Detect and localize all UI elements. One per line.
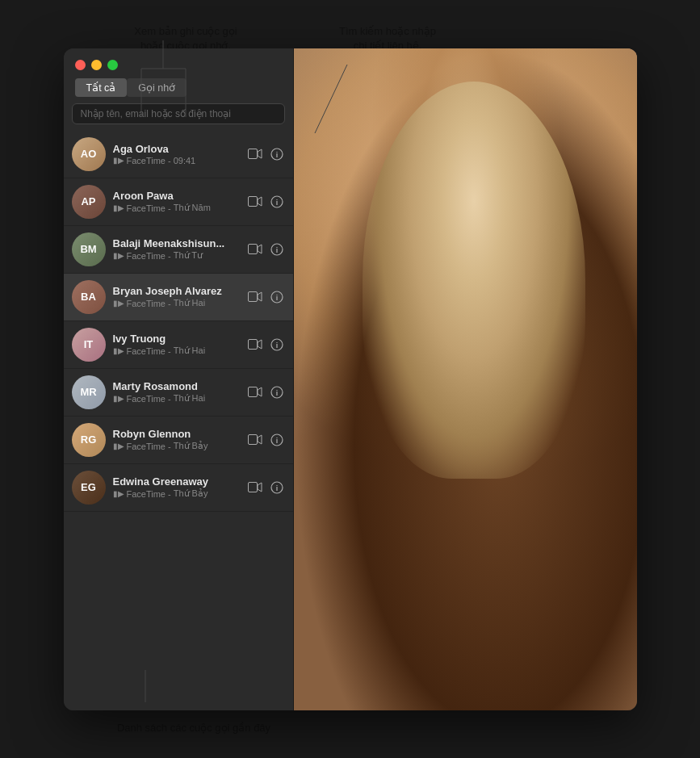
svg-rect-24 <box>248 435 257 445</box>
info-button[interactable]: i <box>269 432 285 448</box>
info-button[interactable]: i <box>269 241 285 258</box>
contact-separator: - <box>168 394 171 404</box>
list-item[interactable]: RG Robyn Glennon ▮▶ FaceTime - Thứ Bảy <box>64 417 293 464</box>
contact-actions: i <box>246 241 285 258</box>
contact-time: Thứ Bảy <box>174 441 208 451</box>
contact-detail: ▮▶ FaceTime - Thứ Hai <box>113 345 239 356</box>
contact-name: Aroon Pawa <box>113 190 239 202</box>
svg-text:i: i <box>275 199 278 207</box>
video-small-icon: ▮▶ <box>113 394 124 403</box>
contact-separator: - <box>168 299 171 308</box>
video-small-icon: ▮▶ <box>113 299 124 308</box>
contact-app: FaceTime <box>127 442 166 451</box>
minimize-button[interactable] <box>91 60 102 70</box>
annotation-text-bottom: Danh sách các cuộc gọi gần đây <box>117 722 270 734</box>
contact-separator: - <box>168 442 171 451</box>
contact-info: Marty Rosamond ▮▶ FaceTime - Thứ Hai <box>113 380 239 404</box>
avatar: MR <box>72 375 106 409</box>
info-button[interactable]: i <box>269 384 285 400</box>
info-button[interactable]: i <box>269 194 285 210</box>
search-container <box>64 103 293 131</box>
svg-rect-27 <box>248 483 257 492</box>
video-call-button[interactable] <box>246 337 264 351</box>
video-call-button[interactable] <box>246 433 264 446</box>
svg-text:i: i <box>275 246 278 254</box>
video-call-button[interactable] <box>246 385 264 399</box>
contact-time: Thứ Hai <box>174 298 205 308</box>
contact-time: Thứ Bảy <box>174 488 208 499</box>
list-item[interactable]: BM Balaji Meenakshisun... ▮▶ FaceTime - … <box>64 226 293 274</box>
contact-detail: ▮▶ FaceTime - Thứ Bảy <box>113 441 239 451</box>
contact-detail: ▮▶ FaceTime - Thứ Tư <box>113 250 239 261</box>
list-item[interactable]: EG Edwina Greenaway ▮▶ FaceTime - Thứ Bả… <box>64 464 293 512</box>
video-call-button[interactable] <box>246 480 264 494</box>
list-item[interactable]: AO Aga Orlova ▮▶ FaceTime - 09:41 i <box>64 131 293 178</box>
contact-photo <box>294 48 637 710</box>
search-input[interactable] <box>72 103 285 124</box>
contact-actions: i <box>246 480 285 496</box>
video-small-icon: ▮▶ <box>113 442 124 450</box>
contact-app: FaceTime <box>127 203 166 213</box>
contact-actions: i <box>246 432 285 448</box>
contact-info: Aga Orlova ▮▶ FaceTime - 09:41 <box>113 143 239 165</box>
contact-info: Aroon Pawa ▮▶ FaceTime - Thứ Năm <box>113 190 239 213</box>
contact-info: Ivy Truong ▮▶ FaceTime - Thứ Hai <box>113 333 239 356</box>
contact-detail: ▮▶ FaceTime - Thứ Hai <box>113 393 239 404</box>
svg-text:i: i <box>275 484 278 492</box>
contact-separator: - <box>168 251 171 261</box>
video-call-button[interactable] <box>246 195 264 208</box>
contact-name: Edwina Greenaway <box>113 475 239 488</box>
contact-detail: ▮▶ FaceTime - 09:41 <box>113 156 239 165</box>
contact-app: FaceTime <box>127 394 166 404</box>
contact-separator: - <box>168 489 171 499</box>
maximize-button[interactable] <box>107 60 118 70</box>
traffic-lights <box>64 48 293 78</box>
contact-time: Thứ Hai <box>174 345 205 356</box>
contact-name: Aga Orlova <box>113 143 239 155</box>
tab-bar: Tất cả Gọi nhớ <box>64 78 293 103</box>
svg-rect-6 <box>248 149 257 159</box>
video-small-icon: ▮▶ <box>113 156 124 165</box>
avatar: IT <box>72 328 106 362</box>
svg-text:i: i <box>275 341 278 350</box>
contact-app: FaceTime <box>127 251 166 261</box>
svg-rect-9 <box>248 197 257 207</box>
contact-detail: ▮▶ FaceTime - Thứ Bảy <box>113 488 239 499</box>
tab-remind[interactable]: Gọi nhớ <box>127 78 187 97</box>
list-item[interactable]: BA Bryan Joseph Alvarez ▮▶ FaceTime - Th… <box>64 274 293 321</box>
list-item[interactable]: MR Marty Rosamond ▮▶ FaceTime - Thứ Hai <box>64 369 293 417</box>
contact-app: FaceTime <box>127 489 166 499</box>
contact-info: Robyn Glennon ▮▶ FaceTime - Thứ Bảy <box>113 428 239 451</box>
video-small-icon: ▮▶ <box>113 251 124 260</box>
avatar: AP <box>72 185 106 219</box>
contact-app: FaceTime <box>127 346 166 356</box>
svg-rect-12 <box>248 245 257 254</box>
avatar: EG <box>72 471 106 505</box>
facetime-window: Tất cả Gọi nhớ AO Aga Orlova ▮▶ FaceTime… <box>64 48 637 710</box>
svg-text:i: i <box>275 389 278 397</box>
list-item[interactable]: IT Ivy Truong ▮▶ FaceTime - Thứ Hai <box>64 321 293 369</box>
video-call-button[interactable] <box>246 147 264 161</box>
contact-name: Bryan Joseph Alvarez <box>113 285 239 297</box>
info-button[interactable]: i <box>269 289 285 305</box>
contact-list: AO Aga Orlova ▮▶ FaceTime - 09:41 i <box>64 131 293 710</box>
contact-info: Edwina Greenaway ▮▶ FaceTime - Thứ Bảy <box>113 475 239 499</box>
contact-separator: - <box>168 203 171 213</box>
video-call-button[interactable] <box>246 242 264 256</box>
photo-panel <box>294 48 637 710</box>
contact-detail: ▮▶ FaceTime - Thứ Năm <box>113 203 239 213</box>
list-item[interactable]: AP Aroon Pawa ▮▶ FaceTime - Thứ Năm <box>64 178 293 226</box>
video-call-button[interactable] <box>246 290 264 304</box>
info-button[interactable]: i <box>269 146 285 162</box>
contact-time: Thứ Tư <box>174 250 203 261</box>
svg-rect-21 <box>248 387 257 397</box>
info-button[interactable]: i <box>269 480 285 496</box>
avatar: BM <box>72 232 106 266</box>
contact-time: Thứ Năm <box>174 203 211 213</box>
close-button[interactable] <box>75 60 86 70</box>
info-button[interactable]: i <box>269 337 285 353</box>
svg-text:i: i <box>275 294 278 302</box>
tab-all[interactable]: Tất cả <box>75 78 128 97</box>
contact-info: Balaji Meenakshisun... ▮▶ FaceTime - Thứ… <box>113 237 239 261</box>
contact-time: 09:41 <box>174 156 196 165</box>
